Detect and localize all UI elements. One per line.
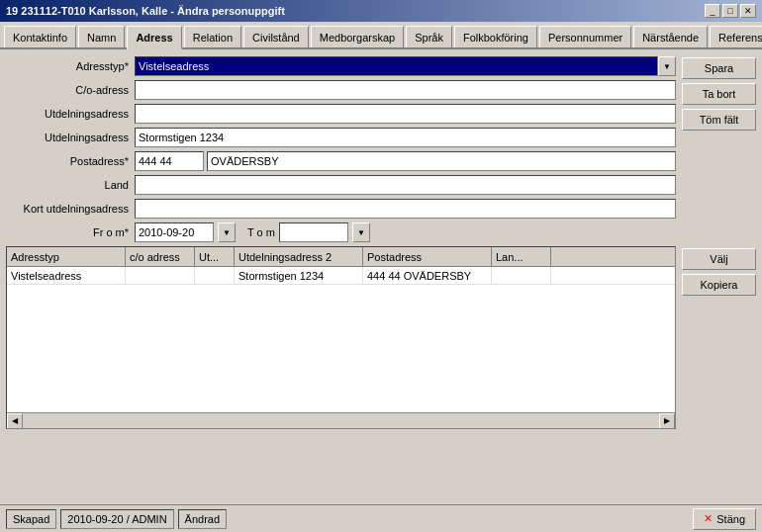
form-fields: Adresstyp* ▼ C/o-adress Utdelningsadress…	[6, 55, 676, 243]
col-land-header: Lan...	[492, 247, 551, 266]
scroll-left-button[interactable]: ◀	[7, 413, 23, 429]
tom-date-input[interactable]	[279, 222, 348, 242]
table-side-buttons: Välj Kopiera	[682, 246, 756, 429]
tab-namn[interactable]: Namn	[78, 26, 125, 47]
tab-personnummer[interactable]: Personnummer	[539, 26, 631, 47]
title-bar: 19 231112-T010 Karlsson, Kalle - Ändra p…	[0, 0, 762, 22]
adresstyp-input[interactable]	[135, 56, 658, 76]
kopiera-button[interactable]: Kopiera	[682, 274, 756, 296]
title-text: 19 231112-T010 Karlsson, Kalle - Ändra p…	[6, 5, 285, 17]
title-buttons: _ □ ✕	[705, 4, 756, 18]
tab-medborgarskap[interactable]: Medborgarskap	[311, 26, 404, 47]
utd2-input[interactable]	[135, 128, 676, 147]
col-co-header: c/o adress	[126, 247, 195, 266]
land-label: Land	[6, 179, 135, 191]
tab-bar: Kontaktinfo Namn Adress Relation Civilst…	[0, 22, 762, 49]
kort-row: Kort utdelningsadress	[6, 198, 676, 220]
spara-button[interactable]: Spara	[682, 57, 756, 79]
tom-date-dropdown[interactable]: ▼	[352, 222, 370, 242]
status-bar: Skapad 2010-09-20 / ADMIN Ändrad ✕ Stäng	[0, 504, 762, 532]
scroll-right-button[interactable]: ▶	[659, 413, 675, 429]
adresstyp-label: Adresstyp*	[6, 60, 135, 72]
post-code-input[interactable]	[135, 151, 204, 171]
from-date-dropdown[interactable]: ▼	[218, 222, 236, 242]
from-date-input[interactable]	[135, 222, 214, 242]
cell-adresstyp: Vistelseadress	[7, 267, 126, 284]
table-row[interactable]: Vistelseadress Stormstigen 1234 444 44 O…	[7, 267, 675, 285]
tab-kontaktinfo[interactable]: Kontaktinfo	[4, 26, 76, 47]
post-label: Postadress*	[6, 155, 135, 167]
horizontal-scrollbar[interactable]: ◀ ▶	[7, 412, 675, 428]
table-area: Adresstyp c/o adress Ut... Utdelningsadr…	[6, 246, 756, 429]
utd1-row: Utdelningsadress	[6, 103, 676, 125]
side-buttons: Spara Ta bort Töm fält	[682, 55, 756, 243]
table-body: Vistelseadress Stormstigen 1234 444 44 O…	[7, 267, 675, 412]
utd1-label: Utdelningsadress	[6, 108, 135, 120]
ta-bort-button[interactable]: Ta bort	[682, 83, 756, 105]
maximize-button[interactable]: □	[722, 4, 738, 18]
tab-relation[interactable]: Relation	[184, 26, 241, 47]
co-input[interactable]	[135, 80, 676, 100]
kort-input[interactable]	[135, 199, 676, 219]
stang-label: Stäng	[716, 513, 745, 525]
kort-label: Kort utdelningsadress	[6, 203, 135, 215]
adresstyp-dropdown-button[interactable]: ▼	[658, 56, 676, 76]
address-table: Adresstyp c/o adress Ut... Utdelningsadr…	[6, 246, 676, 429]
close-icon: ✕	[704, 512, 713, 525]
co-adress-row: C/o-adress	[6, 79, 676, 101]
col-post-header: Postadress	[363, 247, 492, 266]
cell-post: 444 44 OVÄDERSBY	[363, 267, 492, 284]
scroll-track[interactable]	[23, 413, 659, 429]
adresstyp-field: ▼	[135, 56, 676, 76]
main-content: Adresstyp* ▼ C/o-adress Utdelningsadress…	[0, 49, 762, 435]
skapad-date: 2010-09-20 / ADMIN	[60, 509, 173, 529]
from-label: Fr o m*	[6, 226, 135, 238]
post-row: Postadress*	[6, 150, 676, 172]
tab-referensperson[interactable]: Referensperson	[710, 26, 762, 47]
utd1-input[interactable]	[135, 104, 676, 124]
cell-co	[126, 267, 195, 284]
land-input[interactable]	[135, 175, 676, 195]
cell-land	[492, 267, 551, 284]
tab-sprak[interactable]: Språk	[406, 26, 452, 47]
tab-civilstand[interactable]: Civilstånd	[243, 26, 309, 47]
minimize-button[interactable]: _	[705, 4, 720, 18]
cell-ut	[195, 267, 235, 284]
post-city-input[interactable]	[207, 151, 676, 171]
col-adresstyp-header: Adresstyp	[7, 247, 126, 266]
valj-button[interactable]: Välj	[682, 248, 756, 270]
col-ut-header: Ut...	[195, 247, 235, 266]
utd2-row: Utdelningsadress	[6, 127, 676, 148]
tom-falt-button[interactable]: Töm fält	[682, 109, 756, 131]
close-window-button[interactable]: ✕	[740, 4, 756, 18]
co-label: C/o-adress	[6, 84, 135, 96]
col-utd2-header: Utdelningsadress 2	[235, 247, 363, 266]
date-row: Fr o m* ▼ T o m ▼	[6, 222, 676, 243]
tom-label: T o m	[247, 226, 275, 238]
tab-narstaende[interactable]: Närstående	[633, 26, 708, 47]
stang-button[interactable]: ✕ Stäng	[693, 508, 756, 530]
post-fields	[135, 151, 676, 171]
form-area: Adresstyp* ▼ C/o-adress Utdelningsadress…	[6, 55, 756, 243]
tab-folkbokforing[interactable]: Folkbokföring	[454, 26, 537, 47]
date-fields: ▼ T o m ▼	[135, 222, 370, 242]
utd2-label: Utdelningsadress	[6, 132, 135, 143]
tab-adress[interactable]: Adress	[127, 26, 181, 49]
land-row: Land	[6, 174, 676, 196]
status-left: Skapad 2010-09-20 / ADMIN Ändrad	[6, 509, 227, 529]
table-header: Adresstyp c/o adress Ut... Utdelningsadr…	[7, 247, 675, 267]
skapad-label: Skapad	[6, 509, 56, 529]
adresstyp-row: Adresstyp* ▼	[6, 55, 676, 77]
andrad-label: Ändrad	[178, 509, 227, 529]
cell-utd2: Stormstigen 1234	[235, 267, 363, 284]
